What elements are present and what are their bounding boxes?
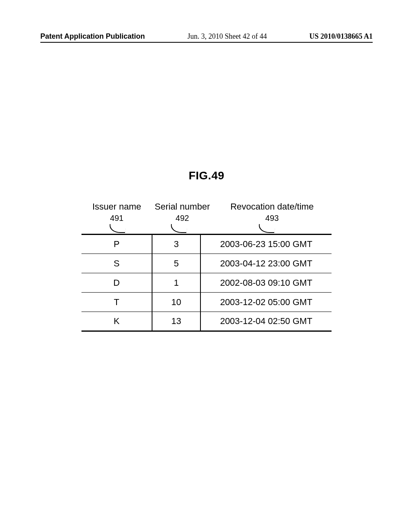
cell-revocation: 2003-12-02 05:00 GMT xyxy=(200,293,332,312)
ref-issuer: 491 xyxy=(110,214,123,223)
sheet-info: Jun. 3, 2010 Sheet 42 of 44 xyxy=(188,32,267,41)
cell-issuer: S xyxy=(81,254,152,273)
cell-revocation: 2003-04-12 23:00 GMT xyxy=(200,254,332,273)
header-revocation: Revocation date/time xyxy=(213,202,332,212)
ref-serial: 492 xyxy=(175,214,189,223)
cell-revocation: 2003-12-04 02:50 GMT xyxy=(200,312,332,331)
table-row: S52003-04-12 23:00 GMT xyxy=(81,254,332,273)
cell-serial: 1 xyxy=(152,273,200,293)
cell-issuer: P xyxy=(81,235,152,254)
publication-id: US 2010/0138665 A1 xyxy=(309,32,373,41)
table-row: K132003-12-04 02:50 GMT xyxy=(81,312,332,331)
table-row: P32003-06-23 15:00 GMT xyxy=(81,235,332,254)
cell-issuer: D xyxy=(81,273,152,293)
page-header: Patent Application Publication Jun. 3, 2… xyxy=(40,32,373,41)
cell-serial: 13 xyxy=(152,312,200,331)
column-headers: Issuer name Serial number Revocation dat… xyxy=(81,202,332,212)
revocation-table: P32003-06-23 15:00 GMTS52003-04-12 23:00… xyxy=(81,234,332,332)
header-issuer: Issuer name xyxy=(81,202,152,212)
leader-line-icon xyxy=(257,224,276,233)
table-row: T102003-12-02 05:00 GMT xyxy=(81,293,332,312)
header-divider xyxy=(40,42,373,43)
reference-numerals: 491 492 493 xyxy=(81,214,332,234)
leader-line-icon xyxy=(108,224,127,233)
leader-line-icon xyxy=(169,224,188,233)
cell-issuer: K xyxy=(81,312,152,331)
figure-title: FIG.49 xyxy=(81,169,332,182)
table-row: D12002-08-03 09:10 GMT xyxy=(81,273,332,293)
header-serial: Serial number xyxy=(152,202,213,212)
cell-revocation: 2002-08-03 09:10 GMT xyxy=(200,273,332,293)
cell-revocation: 2003-06-23 15:00 GMT xyxy=(200,235,332,254)
cell-serial: 5 xyxy=(152,254,200,273)
cell-serial: 3 xyxy=(152,235,200,254)
figure-49: FIG.49 Issuer name Serial number Revocat… xyxy=(81,169,332,332)
cell-issuer: T xyxy=(81,293,152,312)
ref-revocation: 493 xyxy=(265,214,279,223)
publication-type: Patent Application Publication xyxy=(40,32,145,41)
cell-serial: 10 xyxy=(152,293,200,312)
